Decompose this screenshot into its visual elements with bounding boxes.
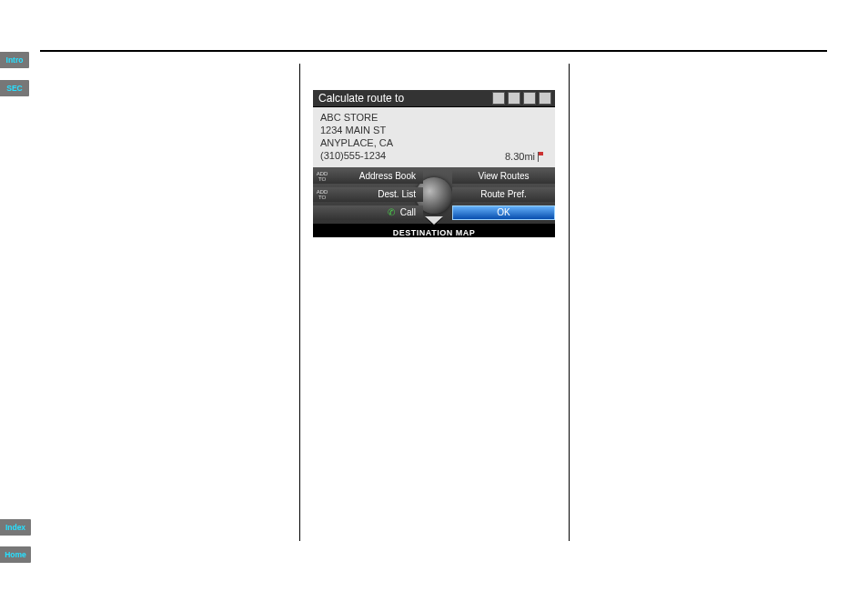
nav-screenshot: Calculate route to ABC STORE 1234 MAIN S… [313,90,555,237]
status-icons [492,92,555,105]
poi-city: ANYPLACE, CA [320,136,548,149]
tab-label: Index [5,523,25,532]
option-label: OK [497,207,510,217]
footer-label: DESTINATION MAP [393,228,475,237]
sidebar-tab-intro[interactable]: Intro [0,52,29,68]
poi-street: 1234 MAIN ST [320,124,548,136]
poi-name: ABC STORE [320,111,548,124]
option-call[interactable]: ✆ Call [313,205,423,220]
option-view-routes[interactable]: View Routes [452,169,555,184]
tab-label: Intro [6,55,24,65]
option-label: View Routes [479,171,530,181]
sidebar-tab-index[interactable]: Index [0,519,31,536]
column-divider [299,64,300,541]
poi-distance: 8.30mi [505,151,535,162]
status-icon [539,92,551,105]
status-icon [523,92,536,105]
addto-prefix: ADD TO [315,171,329,182]
nav-controls: ADD TO Address Book ADD TO Dest. List ✆ … [313,167,555,224]
status-icon [492,92,505,105]
addto-prefix: ADD TO [315,189,329,200]
status-icon [508,92,520,105]
tab-label: SEC [6,84,22,93]
nav-title: Calculate route to [318,92,404,105]
nav-footer[interactable]: DESTINATION MAP [313,224,555,237]
option-dest-list[interactable]: ADD TO Dest. List [313,187,423,202]
option-label: Route Pref. [480,189,527,199]
option-address-book[interactable]: ADD TO Address Book [313,169,423,184]
option-label: Address Book [359,171,416,181]
phone-icon: ✆ [388,207,395,217]
destination-flag-icon [538,152,546,162]
sidebar-tab-home[interactable]: Home [0,546,31,563]
option-ok[interactable]: OK [452,205,555,220]
option-route-pref[interactable]: Route Pref. [452,187,555,202]
nav-header: Calculate route to [313,90,555,107]
destination-info: ABC STORE 1234 MAIN ST ANYPLACE, CA (310… [313,107,555,167]
column-divider [569,64,570,541]
horizontal-rule [40,50,827,52]
option-label: Dest. List [378,189,416,199]
option-label: Call [400,207,416,217]
tab-label: Home [5,550,26,559]
sidebar-tab-sec[interactable]: SEC [0,80,29,96]
svg-rect-1 [538,152,539,162]
